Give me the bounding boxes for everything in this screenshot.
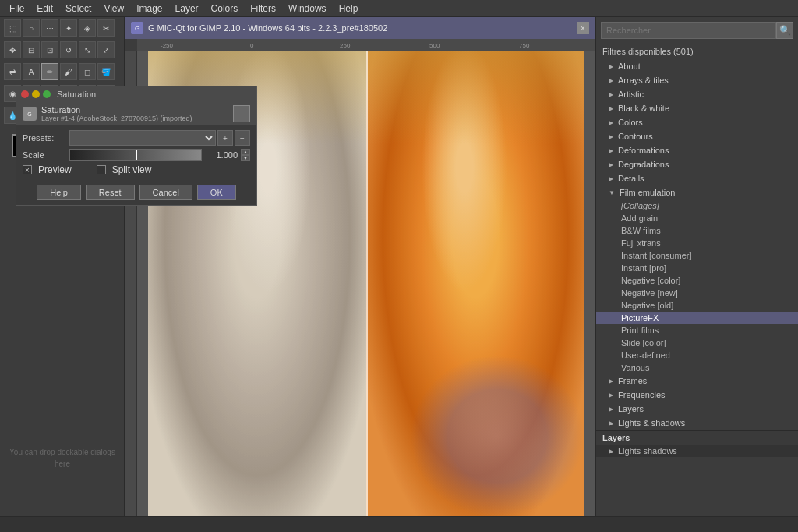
filter-item[interactable]: Negative [color] bbox=[596, 274, 798, 287]
filter-group-arrays-&-tiles[interactable]: ▶Arrays & tiles bbox=[596, 73, 798, 87]
filter-group-details[interactable]: ▶Details bbox=[596, 171, 798, 185]
menu-view[interactable]: View bbox=[97, 2, 130, 16]
scale-down-arrow[interactable]: ▼ bbox=[241, 155, 250, 161]
filter-group-header[interactable]: ▶Arrays & tiles bbox=[596, 73, 798, 87]
tool-select-free[interactable]: ⋯ bbox=[41, 19, 58, 37]
filter-group-about[interactable]: ▶About bbox=[596, 59, 798, 73]
filter-item[interactable]: Add grain bbox=[596, 212, 798, 224]
filter-group-layers[interactable]: ▶Layers bbox=[596, 402, 798, 416]
preview-checkbox[interactable] bbox=[23, 165, 32, 174]
filter-group-degradations[interactable]: ▶Degradations bbox=[596, 157, 798, 171]
tool-move[interactable]: ✥ bbox=[4, 41, 21, 58]
tool-scissors[interactable]: ✂ bbox=[97, 19, 115, 37]
layer-arrow-icon: ▶ bbox=[609, 448, 613, 455]
search-button[interactable]: 🔍 bbox=[776, 22, 793, 39]
tool-paint[interactable]: 🖌 bbox=[60, 63, 77, 80]
presets-dropdown[interactable] bbox=[69, 130, 216, 146]
reset-button[interactable]: Reset bbox=[86, 185, 135, 200]
filter-group-artistic[interactable]: ▶Artistic bbox=[596, 87, 798, 101]
filter-item[interactable]: [Collages] bbox=[596, 199, 798, 212]
filter-group-film-emulation[interactable]: ▼Film emulation[Collages]Add grainB&W fi… bbox=[596, 185, 798, 374]
tool-select-fuzzy[interactable]: ✦ bbox=[60, 19, 77, 37]
filter-group-contours[interactable]: ▶Contours bbox=[596, 129, 798, 143]
remove-preset-button[interactable]: − bbox=[235, 130, 250, 146]
filter-group-header[interactable]: ▶Frequencies bbox=[596, 388, 798, 402]
tool-erase[interactable]: ◻ bbox=[79, 63, 96, 80]
menu-layer[interactable]: Layer bbox=[169, 2, 205, 16]
filter-item[interactable]: Negative [old] bbox=[596, 299, 798, 312]
tool-text[interactable]: A bbox=[23, 63, 40, 80]
tool-shear[interactable]: ⤢ bbox=[97, 41, 115, 58]
menu-windows[interactable]: Windows bbox=[282, 2, 333, 16]
saturation-panel: Saturation G Saturation Layer #1-4 (Adob… bbox=[16, 86, 257, 206]
help-button[interactable]: Help bbox=[37, 185, 81, 200]
tool-flip[interactable]: ⇄ bbox=[4, 63, 21, 80]
filter-group-header[interactable]: ▶Artistic bbox=[596, 87, 798, 101]
filter-item[interactable]: PictureFX bbox=[596, 312, 798, 324]
close-dot[interactable] bbox=[21, 90, 29, 98]
filter-group-header[interactable]: ▼Film emulation bbox=[596, 185, 798, 199]
group-label: Artistic bbox=[618, 90, 644, 99]
filter-item[interactable]: Print films bbox=[596, 324, 798, 336]
menu-select[interactable]: Select bbox=[59, 2, 97, 16]
menu-edit[interactable]: Edit bbox=[30, 2, 59, 16]
menu-help[interactable]: Help bbox=[333, 2, 365, 16]
gmic-title: G MIC-Qt for GIMP 2.10 - Windows 64 bits… bbox=[148, 23, 387, 33]
filter-group-lights-&-shadows[interactable]: ▶Lights & shadows bbox=[596, 416, 798, 430]
filter-item[interactable]: Negative [new] bbox=[596, 287, 798, 299]
dock-hint: You can drop dockable dialogs here bbox=[8, 446, 117, 470]
tool-select-rect[interactable]: ⬚ bbox=[4, 19, 21, 37]
preview-label: Preview bbox=[38, 164, 72, 175]
filter-group-header[interactable]: ▶Details bbox=[596, 171, 798, 185]
group-label: Frequencies bbox=[618, 390, 666, 400]
filter-item[interactable]: Slide [color] bbox=[596, 336, 798, 349]
filter-group-frames[interactable]: ▶Frames bbox=[596, 374, 798, 388]
filter-item[interactable]: Instant [pro] bbox=[596, 262, 798, 274]
filter-group-header[interactable]: ▶Deformations bbox=[596, 143, 798, 157]
filter-item[interactable]: Instant [consumer] bbox=[596, 249, 798, 262]
filter-group-black-&-white[interactable]: ▶Black & white bbox=[596, 101, 798, 115]
filter-group-frequencies[interactable]: ▶Frequencies bbox=[596, 388, 798, 402]
ok-button[interactable]: OK bbox=[197, 185, 236, 200]
tool-select-ellipse[interactable]: ○ bbox=[23, 19, 40, 37]
menu-image[interactable]: Image bbox=[130, 2, 168, 16]
filter-group-header[interactable]: ▶Frames bbox=[596, 374, 798, 388]
filter-group-deformations[interactable]: ▶Deformations bbox=[596, 143, 798, 157]
gmic-close-button[interactable]: × bbox=[577, 22, 589, 34]
menu-filters[interactable]: Filters bbox=[244, 2, 282, 16]
tool-pencil[interactable]: ✏ bbox=[41, 63, 58, 80]
scale-label: Scale bbox=[23, 150, 69, 160]
filter-item[interactable]: Fuji xtrans bbox=[596, 237, 798, 249]
filter-item[interactable]: User-defined bbox=[596, 349, 798, 361]
filter-group-header[interactable]: ▶About bbox=[596, 59, 798, 73]
tool-rotate[interactable]: ↺ bbox=[60, 41, 77, 58]
minimize-dot[interactable] bbox=[32, 90, 40, 98]
group-label: Deformations bbox=[618, 146, 669, 155]
tool-crop[interactable]: ⊡ bbox=[41, 41, 58, 58]
tool-scale[interactable]: ⤡ bbox=[79, 41, 96, 58]
group-arrow-icon: ▶ bbox=[609, 161, 613, 168]
tool-bucket[interactable]: 🪣 bbox=[97, 63, 115, 80]
tool-align[interactable]: ⊟ bbox=[23, 41, 40, 58]
filter-group-header[interactable]: ▶Degradations bbox=[596, 157, 798, 171]
filter-group-header[interactable]: ▶Lights & shadows bbox=[596, 416, 798, 430]
maximize-dot[interactable] bbox=[43, 90, 51, 98]
filter-group-header[interactable]: ▶Contours bbox=[596, 129, 798, 143]
split-view-checkbox[interactable] bbox=[97, 165, 106, 174]
filter-item[interactable]: Various bbox=[596, 361, 798, 374]
filter-item[interactable]: B&W films bbox=[596, 224, 798, 237]
filter-group-header[interactable]: ▶Black & white bbox=[596, 101, 798, 115]
scale-bar[interactable] bbox=[69, 149, 202, 161]
filter-group-header[interactable]: ▶Layers bbox=[596, 402, 798, 416]
cancel-button[interactable]: Cancel bbox=[139, 185, 192, 200]
menu-colors[interactable]: Colors bbox=[205, 2, 245, 16]
filter-group-header[interactable]: ▶Colors bbox=[596, 115, 798, 129]
lights-shadows-item[interactable]: ▶Lights shadows bbox=[596, 445, 798, 457]
add-preset-button[interactable]: + bbox=[217, 130, 233, 146]
filter-group-colors[interactable]: ▶Colors bbox=[596, 115, 798, 129]
search-input[interactable] bbox=[601, 22, 776, 39]
scale-up-arrow[interactable]: ▲ bbox=[241, 149, 250, 155]
gmic-icon: G bbox=[131, 22, 143, 34]
tool-select-color[interactable]: ◈ bbox=[79, 19, 96, 37]
menu-file[interactable]: File bbox=[3, 2, 30, 16]
